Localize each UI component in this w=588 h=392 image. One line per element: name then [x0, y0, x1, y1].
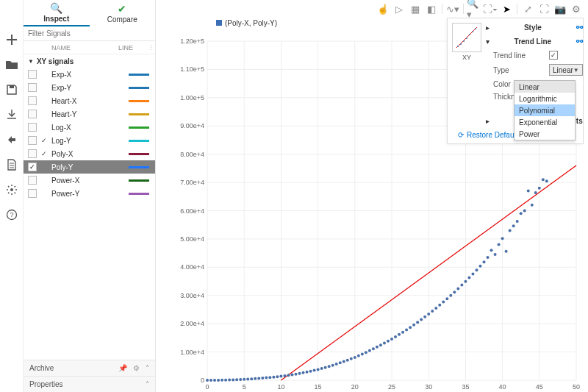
- region-icon[interactable]: ⛶▾: [483, 1, 498, 16]
- link-icon[interactable]: ⚯: [576, 37, 583, 46]
- fullscreen-icon[interactable]: ⛶: [537, 1, 551, 16]
- style-thumbnail[interactable]: [452, 23, 481, 52]
- signal-row[interactable]: Exp-X: [24, 68, 155, 81]
- svg-text:7.00e+4: 7.00e+4: [180, 179, 204, 186]
- signal-checkbox[interactable]: [28, 123, 37, 132]
- section-trend-line[interactable]: Trend Line ⚯: [486, 37, 583, 46]
- signal-checkbox[interactable]: [28, 70, 37, 79]
- signal-name: Poly-X: [51, 150, 129, 158]
- dropdown-option[interactable]: Exponential: [514, 116, 575, 128]
- settings-icon[interactable]: [4, 182, 19, 197]
- signal-row[interactable]: ✓Log-Y: [24, 134, 155, 147]
- signal-row[interactable]: Power-Y: [24, 187, 155, 200]
- accordion-archive[interactable]: Archive 📌⚙˄: [24, 360, 155, 376]
- svg-point-144: [542, 178, 545, 181]
- signal-row[interactable]: Exp-Y: [24, 81, 155, 94]
- section-style[interactable]: Style ⚯: [486, 23, 583, 32]
- trendline-checkbox[interactable]: ✓: [549, 51, 558, 60]
- signal-checkbox[interactable]: [28, 96, 37, 105]
- signal-row[interactable]: Heart-Y: [24, 107, 155, 121]
- fingerprint-icon[interactable]: ☝: [376, 1, 390, 16]
- add-icon[interactable]: [4, 32, 19, 47]
- group-header[interactable]: ▼ XY signals: [24, 54, 155, 68]
- trendline-label: Trend line: [493, 51, 545, 60]
- signal-row[interactable]: Heart-X: [24, 94, 155, 107]
- gear-icon[interactable]: ⚙: [569, 1, 584, 16]
- refresh-icon: ⟳: [458, 131, 464, 139]
- grid-icon[interactable]: ▦: [408, 1, 423, 16]
- type-select[interactable]: Linear ▼: [549, 64, 583, 76]
- signal-checkbox[interactable]: [28, 83, 37, 92]
- tab-compare[interactable]: ✔ Compare: [90, 0, 156, 26]
- signal-swatch: [129, 166, 149, 168]
- signal-checkbox[interactable]: [28, 176, 37, 185]
- folder-icon[interactable]: [4, 57, 19, 72]
- svg-point-59: [228, 379, 231, 382]
- filter-input[interactable]: [24, 26, 155, 41]
- svg-point-95: [361, 353, 364, 356]
- tab-inspect[interactable]: 🔍 Inspect: [24, 0, 90, 26]
- svg-point-101: [383, 342, 386, 345]
- series-color-swatch: [216, 20, 222, 26]
- signal-swatch: [129, 126, 149, 129]
- signal-row[interactable]: Log-X: [24, 121, 155, 134]
- svg-point-86: [328, 365, 331, 368]
- expand-icon[interactable]: ⤢: [520, 1, 535, 16]
- svg-point-69: [265, 377, 268, 379]
- svg-point-54: [209, 379, 212, 382]
- signal-swatch: [129, 179, 149, 182]
- svg-point-103: [390, 338, 393, 341]
- zoom-icon[interactable]: 🔍▾: [467, 1, 481, 16]
- svg-point-114: [431, 310, 434, 313]
- wave-icon[interactable]: ∿▾: [445, 1, 460, 16]
- svg-point-140: [527, 190, 530, 193]
- dropdown-option[interactable]: Polynomial: [514, 104, 575, 116]
- signal-checkbox[interactable]: [28, 189, 37, 198]
- svg-point-79: [302, 371, 305, 374]
- svg-text:30: 30: [425, 383, 432, 391]
- svg-text:1.00e+5: 1.00e+5: [180, 94, 204, 101]
- menu-dots-icon[interactable]: ⋮: [148, 44, 155, 51]
- signal-row[interactable]: ✓Poly-Y: [24, 160, 155, 174]
- svg-point-74: [283, 374, 286, 377]
- save-icon[interactable]: [4, 82, 19, 97]
- row-trend-line-toggle: Trend line ✓: [493, 51, 583, 60]
- pin-icon[interactable]: 📌: [118, 364, 127, 372]
- svg-point-113: [427, 313, 430, 316]
- svg-point-141: [531, 204, 534, 207]
- svg-point-117: [442, 301, 445, 304]
- eraser-icon[interactable]: ◧: [424, 1, 439, 16]
- document-icon[interactable]: [4, 157, 19, 172]
- signal-name: Exp-X: [51, 71, 129, 79]
- svg-text:4.00e+4: 4.00e+4: [180, 263, 204, 271]
- signal-row[interactable]: Power-X: [24, 174, 155, 187]
- accordion-properties[interactable]: Properties ˄: [24, 376, 155, 392]
- svg-point-82: [313, 369, 316, 372]
- svg-point-70: [268, 376, 271, 379]
- signal-checkbox[interactable]: ✓: [28, 163, 37, 171]
- svg-text:8.00e+4: 8.00e+4: [180, 151, 204, 158]
- style-panel: XY Style ⚯ Trend Line ⚯ Trend line ✓: [447, 18, 584, 144]
- signal-name: Heart-X: [51, 97, 129, 105]
- signal-row[interactable]: ✓Poly-X: [24, 147, 155, 160]
- svg-point-53: [206, 379, 209, 382]
- signal-checkbox[interactable]: [28, 136, 37, 145]
- import-icon[interactable]: [4, 107, 19, 122]
- svg-point-87: [331, 364, 334, 367]
- left-toolbar: ?: [0, 0, 24, 392]
- dropdown-option[interactable]: Linear: [514, 81, 575, 93]
- help-icon[interactable]: ?: [4, 207, 19, 222]
- link-icon[interactable]: ⚯: [576, 23, 583, 32]
- pointer-icon[interactable]: ➤: [499, 1, 514, 16]
- gear-icon[interactable]: ⚙: [133, 364, 140, 372]
- export-icon[interactable]: [4, 132, 19, 147]
- camera-icon[interactable]: 📷: [553, 1, 567, 16]
- dropdown-option[interactable]: Logarithmic: [514, 93, 575, 104]
- svg-point-61: [235, 378, 238, 381]
- signal-checkbox[interactable]: [28, 149, 37, 158]
- signal-checkbox[interactable]: [28, 110, 37, 118]
- dropdown-option[interactable]: Power: [514, 128, 575, 140]
- svg-point-1: [10, 188, 13, 191]
- play-icon[interactable]: ▷: [392, 1, 406, 16]
- svg-point-96: [365, 351, 368, 354]
